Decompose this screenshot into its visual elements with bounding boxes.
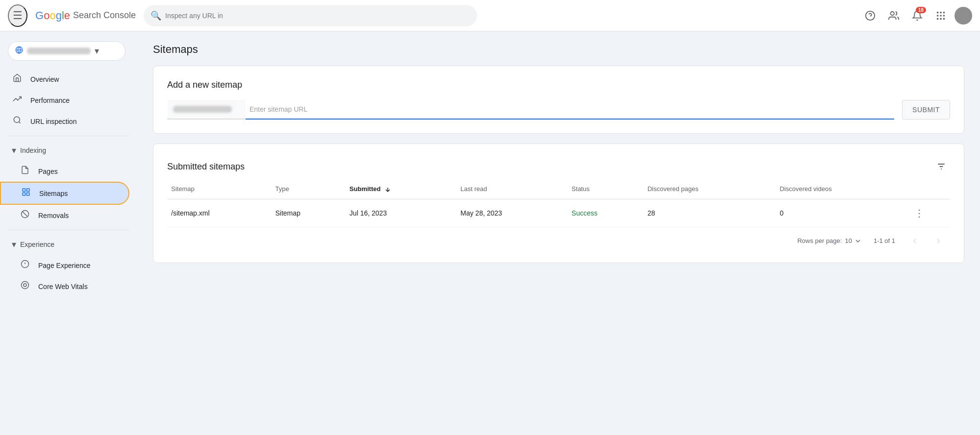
notification-count: 18 (916, 7, 926, 13)
rows-per-page-label: Rows per page: (797, 237, 842, 244)
search-bar-container: 🔍 (144, 5, 477, 26)
cell-sitemap: /sitemap.xml (167, 199, 272, 227)
sitemaps-table-header: Submitted sitemaps (167, 158, 950, 175)
sidebar-divider-1 (8, 136, 129, 136)
sidebar-item-performance[interactable]: Performance (0, 90, 129, 111)
rows-per-page-value: 10 (845, 237, 852, 244)
submit-button[interactable]: SUBMIT (902, 100, 950, 120)
col-submitted[interactable]: Submitted (346, 179, 456, 199)
svg-point-11 (943, 18, 945, 20)
page-title: Sitemaps (153, 43, 964, 56)
sidebar-item-url-inspection[interactable]: URL inspection (0, 111, 129, 132)
property-icon (15, 46, 23, 56)
layout: ▾ Overview Performance (0, 31, 980, 435)
search-input[interactable] (144, 5, 477, 26)
col-discovered-videos: Discovered videos (776, 179, 910, 199)
pagination-info: 1-1 of 1 (874, 237, 895, 244)
cell-discovered-pages: 28 (644, 199, 776, 227)
search-icon: 🔍 (151, 10, 161, 21)
sidebar-item-page-experience-label: Page Experience (38, 262, 91, 269)
svg-point-8 (943, 15, 945, 17)
home-icon (12, 73, 23, 85)
sidebar-item-overview[interactable]: Overview (0, 69, 129, 90)
pagination-next[interactable] (930, 233, 946, 249)
svg-rect-17 (27, 189, 29, 191)
apps-button[interactable] (931, 6, 951, 25)
sitemap-url-input[interactable] (246, 100, 894, 120)
pages-icon (20, 166, 30, 177)
avatar[interactable] (955, 7, 972, 24)
sidebar-item-pages[interactable]: Pages (0, 161, 129, 182)
property-selector[interactable]: ▾ (8, 41, 126, 61)
col-actions (910, 179, 950, 199)
submitted-sitemaps-title: Submitted sitemaps (167, 162, 932, 172)
svg-point-9 (937, 18, 939, 20)
sidebar-item-pages-label: Pages (38, 168, 58, 175)
col-type: Type (272, 179, 346, 199)
svg-point-2 (891, 11, 894, 15)
sidebar-item-sitemaps-label: Sitemaps (39, 190, 68, 197)
sidebar-item-page-experience[interactable]: Page Experience (0, 255, 129, 276)
sidebar-item-core-web-vitals[interactable]: Core Web Vitals (0, 276, 129, 297)
svg-line-21 (23, 212, 28, 217)
help-button[interactable] (860, 6, 880, 25)
sidebar-item-overview-label: Overview (30, 75, 59, 83)
pagination-prev[interactable] (907, 233, 923, 249)
sidebar-section-indexing[interactable]: ▾ Indexing (0, 140, 137, 161)
notifications-button[interactable]: 18 (907, 6, 927, 25)
sidebar-item-removals[interactable]: Removals (0, 205, 129, 226)
sitemaps-icon (21, 188, 31, 199)
rows-per-page-select[interactable]: 10 (845, 237, 861, 245)
main-content: Sitemaps Add a new sitemap SUBMIT Submit… (137, 31, 980, 435)
sidebar-item-url-inspection-label: URL inspection (30, 118, 76, 125)
sitemap-prefix-blurred (173, 106, 232, 113)
sidebar-divider-2 (8, 230, 129, 230)
table-row: /sitemap.xml Sitemap Jul 16, 2023 May 28… (167, 199, 950, 227)
topbar-right: 18 (860, 6, 972, 25)
rows-select-chevron (854, 237, 862, 245)
svg-point-4 (940, 11, 942, 13)
cell-more[interactable]: ⋮ (910, 199, 950, 227)
topbar: ☰ Google Search Console 🔍 (0, 0, 980, 31)
add-sitemap-title: Add a new sitemap (167, 80, 950, 90)
sidebar-item-core-web-vitals-label: Core Web Vitals (38, 283, 88, 290)
property-name (27, 48, 91, 54)
col-discovered-pages: Discovered pages (644, 179, 776, 199)
svg-point-26 (24, 284, 26, 287)
sidebar-section-experience[interactable]: ▾ Experience (0, 234, 137, 255)
manage-users-button[interactable] (884, 6, 904, 25)
menu-button[interactable]: ☰ (8, 4, 27, 27)
sidebar-section-indexing-label: Indexing (20, 146, 46, 154)
sidebar-item-removals-label: Removals (38, 212, 69, 219)
cell-status: Success (568, 199, 644, 227)
url-inspection-icon (12, 116, 23, 127)
core-web-vitals-icon (20, 281, 30, 292)
experience-chevron: ▾ (12, 239, 16, 250)
cell-discovered-videos: 0 (776, 199, 910, 227)
logo: Google Search Console (35, 9, 136, 22)
add-sitemap-card: Add a new sitemap SUBMIT (153, 66, 964, 134)
sidebar-item-sitemaps[interactable]: Sitemaps (0, 182, 129, 205)
svg-rect-19 (23, 193, 25, 195)
add-sitemap-row: SUBMIT (167, 100, 950, 120)
svg-line-15 (19, 121, 20, 123)
svg-point-7 (940, 15, 942, 17)
property-dropdown-arrow: ▾ (95, 46, 99, 56)
sidebar-item-performance-label: Performance (30, 97, 70, 104)
col-last-read: Last read (456, 179, 568, 199)
svg-point-14 (14, 117, 20, 122)
filter-button[interactable] (932, 158, 950, 175)
sidebar: ▾ Overview Performance (0, 31, 137, 435)
submitted-sitemaps-card: Submitted sitemaps Sitemap Type Sub (153, 144, 964, 263)
svg-point-3 (937, 11, 939, 13)
svg-rect-18 (27, 193, 29, 195)
row-more-button[interactable]: ⋮ (914, 208, 924, 218)
col-status: Status (568, 179, 644, 199)
svg-point-5 (943, 11, 945, 13)
svg-point-10 (940, 18, 942, 20)
cell-last-read: May 28, 2023 (456, 199, 568, 227)
indexing-chevron: ▾ (12, 145, 16, 156)
performance-icon (12, 95, 23, 106)
cell-type: Sitemap (272, 199, 346, 227)
removals-icon (20, 210, 30, 221)
